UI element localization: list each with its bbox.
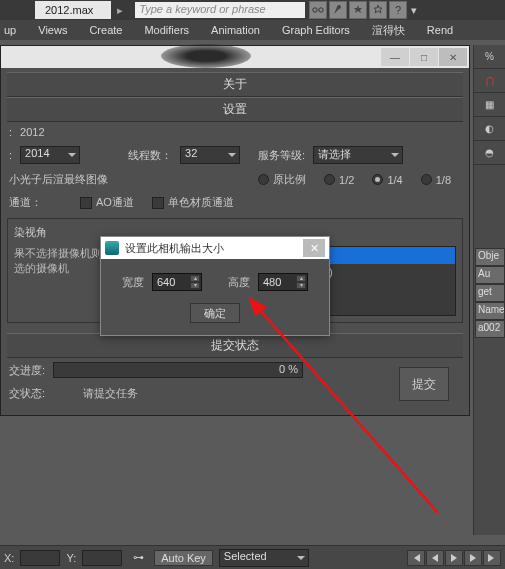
service-select[interactable]: 请选择 — [313, 146, 403, 164]
progress-bar: 0 % — [53, 362, 303, 378]
app-topbar: 2012.max ▸ Type a keyword or phrase ? ▾ — [0, 0, 505, 20]
submit-button[interactable]: 提交 — [399, 367, 449, 401]
status-bar: X: Y: ⊶ Auto Key Selected — [0, 545, 505, 569]
selected-dropdown[interactable]: Selected — [219, 549, 309, 567]
star2-icon[interactable] — [369, 1, 387, 19]
progress-label: 交进度: — [9, 363, 45, 378]
right-tab-name[interactable]: Name — [475, 302, 505, 320]
side-bulb-icon[interactable]: ◓ — [474, 141, 505, 165]
coord-y-label: Y: — [66, 552, 76, 564]
pct-label: % — [474, 45, 505, 69]
menu-item[interactable]: Views — [38, 24, 67, 36]
mono-checkbox[interactable] — [152, 197, 164, 209]
ratio-eighth-label: 1/8 — [436, 174, 451, 186]
height-up-icon[interactable]: ▴ — [296, 275, 306, 282]
svg-point-1 — [319, 8, 323, 12]
menu-item[interactable]: Graph Editors — [282, 24, 350, 36]
binoculars-icon[interactable] — [309, 1, 327, 19]
search-input[interactable]: Type a keyword or phrase — [135, 2, 305, 18]
file-tab-label: 2012.max — [45, 4, 93, 16]
menu-item[interactable]: Rend — [427, 24, 453, 36]
smallfx-label: 小光子后渲最终图像 — [9, 172, 108, 187]
section-submit-status: 提交状态 — [7, 333, 463, 358]
ratio-original-label: 原比例 — [273, 172, 306, 187]
autokey-button[interactable]: Auto Key — [154, 550, 213, 566]
height-spinner[interactable]: 480 ▴▾ — [258, 273, 308, 291]
menu-item[interactable]: Modifiers — [144, 24, 189, 36]
right-tab-a002[interactable]: a002 — [475, 320, 505, 338]
channel-label: 通道： — [9, 195, 42, 210]
svg-point-0 — [313, 8, 317, 12]
note-line2: 选的摄像机 — [14, 261, 114, 276]
camera-size-titlebar: 设置此相机输出大小 ✕ — [101, 237, 329, 259]
menu-item[interactable]: up — [4, 24, 16, 36]
coord-x-field[interactable] — [20, 550, 60, 566]
status-label: 交状态: — [9, 386, 45, 401]
maximize-button[interactable]: □ — [410, 48, 438, 66]
ratio-eighth-radio[interactable] — [421, 174, 432, 185]
dialog-logo-icon — [161, 44, 251, 68]
key-icon[interactable]: ⊶ — [128, 551, 148, 564]
menu-item[interactable]: Animation — [211, 24, 260, 36]
prev-frame-button[interactable] — [426, 550, 444, 566]
right-tab-au[interactable]: Au — [475, 266, 505, 284]
width-down-icon[interactable]: ▾ — [190, 282, 200, 289]
right-tab-get[interactable]: get — [475, 284, 505, 302]
ratio-quarter-radio[interactable] — [372, 174, 383, 185]
right-tabs: Obje Au get Name a002 — [475, 248, 505, 338]
ok-button[interactable]: 确定 — [190, 303, 240, 323]
note-line1: 果不选择摄像机则 — [14, 246, 114, 261]
play-button[interactable] — [445, 550, 463, 566]
help-dropdown-icon[interactable]: ▾ — [409, 1, 419, 19]
service-label: 服务等级: — [258, 148, 305, 163]
threads-label: 线程数： — [128, 148, 172, 163]
version-label: : — [9, 126, 12, 138]
wrench-icon[interactable] — [329, 1, 347, 19]
camera-size-title: 设置此相机输出大小 — [125, 241, 224, 256]
threads-select[interactable]: 32 — [180, 146, 240, 164]
ao-label: AO通道 — [96, 195, 134, 210]
minimize-button[interactable]: — — [381, 48, 409, 66]
coord-y-field[interactable] — [82, 550, 122, 566]
status-text: 请提交任务 — [83, 386, 138, 401]
side-tool-icon[interactable]: ▦ — [474, 93, 505, 117]
mono-label: 单色材质通道 — [168, 195, 234, 210]
width-up-icon[interactable]: ▴ — [190, 275, 200, 282]
camera-size-app-icon — [105, 241, 119, 255]
main-menu: up Views Create Modifiers Animation Grap… — [0, 20, 505, 40]
coord-x-label: X: — [4, 552, 14, 564]
svg-text:?: ? — [395, 4, 401, 16]
star-icon[interactable] — [349, 1, 367, 19]
right-tab-obj[interactable]: Obje — [475, 248, 505, 266]
year-label: : — [9, 149, 12, 161]
menu-item[interactable]: 渲得快 — [372, 23, 405, 38]
file-tab[interactable]: 2012.max — [35, 1, 111, 19]
playback-controls — [407, 550, 501, 566]
menu-item[interactable]: Create — [89, 24, 122, 36]
ratio-half-label: 1/2 — [339, 174, 354, 186]
dialog-titlebar: — □ ✕ — [1, 46, 469, 68]
height-down-icon[interactable]: ▾ — [296, 282, 306, 289]
year-select[interactable]: 2014 — [20, 146, 80, 164]
camera-size-close-button[interactable]: ✕ — [303, 239, 325, 257]
goto-end-button[interactable] — [483, 550, 501, 566]
ratio-half-radio[interactable] — [324, 174, 335, 185]
dropdown-arrow-icon[interactable]: ▸ — [117, 4, 129, 16]
goto-start-button[interactable] — [407, 550, 425, 566]
magnet-icon[interactable]: ⋂ — [474, 69, 505, 93]
ratio-original-radio[interactable] — [258, 174, 269, 185]
section-settings: 设置 — [7, 97, 463, 122]
close-button[interactable]: ✕ — [439, 48, 467, 66]
ao-checkbox[interactable] — [80, 197, 92, 209]
toolbar-icons: ? ▾ — [309, 1, 419, 19]
settings-dialog: — □ ✕ 关于 设置 : 2012 : 2014 线程数： 32 服务等级: … — [0, 45, 470, 416]
width-spinner[interactable]: 640 ▴▾ — [152, 273, 202, 291]
height-label: 高度 — [228, 275, 250, 290]
help-icon[interactable]: ? — [389, 1, 407, 19]
section-about: 关于 — [7, 72, 463, 97]
next-frame-button[interactable] — [464, 550, 482, 566]
width-label: 宽度 — [122, 275, 144, 290]
camera-size-dialog: 设置此相机输出大小 ✕ 宽度 640 ▴▾ 高度 480 ▴▾ 确定 — [100, 236, 330, 336]
ratio-quarter-label: 1/4 — [387, 174, 402, 186]
side-lamp-icon[interactable]: ◐ — [474, 117, 505, 141]
